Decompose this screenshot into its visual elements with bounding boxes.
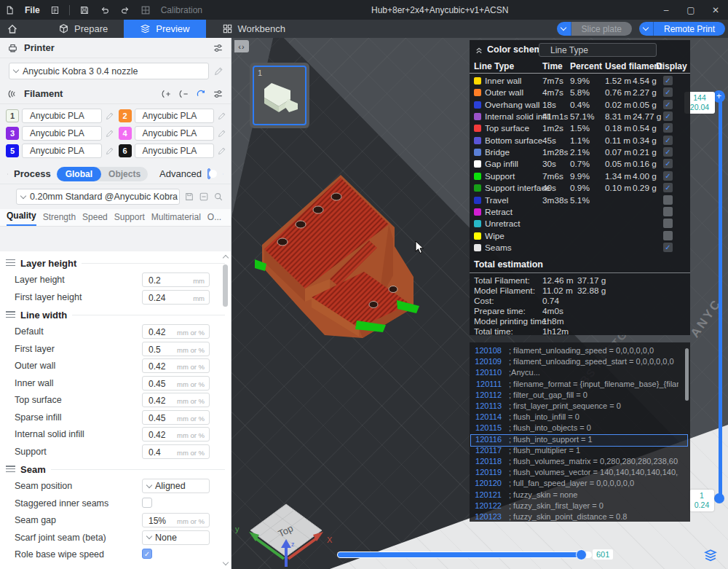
filament-preset-select[interactable]: Anycubic PLA (22, 126, 102, 141)
gcode-line[interactable]: 120108; filament_unloading_speed = 0,0,0… (471, 346, 687, 357)
filament-color-swatch[interactable]: 2 (119, 109, 132, 122)
display-checkbox[interactable]: ✓ (663, 123, 673, 133)
setting-input[interactable]: 15%mm or % (142, 513, 210, 527)
gcode-line[interactable]: 120123; fuzzy_skin_point_distance = 0.8 (471, 512, 687, 522)
process-tab-quality[interactable]: Quality (7, 211, 36, 226)
remote-print-dropdown-icon[interactable] (639, 22, 654, 36)
slice-dropdown-icon[interactable] (557, 22, 571, 36)
setting-input[interactable]: 0.2mm (142, 272, 210, 287)
filament-color-swatch[interactable]: 6 (119, 144, 132, 157)
search-preset-icon[interactable] (213, 192, 223, 202)
filament-preset-select[interactable]: Anycubic PLA (22, 109, 102, 123)
layer-slider-bottom-handle[interactable] (714, 493, 724, 503)
edit-filament-icon[interactable] (105, 111, 114, 121)
remote-print-button[interactable]: Remote Print (639, 22, 725, 36)
display-checkbox[interactable]: ✓ (663, 171, 673, 181)
file-menu[interactable]: File (20, 0, 45, 20)
sync-filament-icon[interactable] (195, 89, 207, 99)
move-slider-handle[interactable] (576, 549, 587, 560)
gcode-line[interactable]: 120120; full_fan_speed_layer = 0,0,0,0,0… (471, 479, 687, 490)
remove-filament-icon[interactable] (178, 89, 189, 99)
tab-prepare[interactable]: Prepare (42, 20, 124, 38)
sidebar-collapse-button[interactable]: ‹› (234, 40, 249, 52)
display-checkbox[interactable] (663, 207, 673, 216)
setting-input[interactable]: 0.4mm or % (142, 444, 210, 459)
edit-filament-icon[interactable] (105, 146, 114, 156)
gcode-line[interactable]: 120109; filament_unloading_speed_start =… (471, 357, 687, 368)
tab-workbench[interactable]: Workbench (206, 20, 302, 38)
edit-filament-icon[interactable] (217, 129, 226, 138)
gcode-line[interactable]: 120115; flush_into_objects = 0 (471, 423, 687, 434)
filament-preset-select[interactable]: Anycubic PLA (135, 144, 215, 158)
edit-filament-icon[interactable] (105, 129, 114, 138)
printer-settings-icon[interactable] (213, 43, 223, 53)
gcode-line[interactable]: 120122; fuzzy_skin_first_layer = 0 (471, 501, 687, 512)
save-preset-icon[interactable] (184, 192, 194, 202)
save-icon[interactable] (74, 0, 95, 20)
layers-view-icon[interactable] (703, 548, 718, 562)
compare-presets-icon[interactable] (223, 169, 223, 179)
process-tab-strength[interactable]: Strength (43, 212, 76, 226)
gcode-line[interactable]: 120119; flush_volumes_vector = 140,140,1… (471, 468, 687, 479)
setting-input[interactable]: 0.45mm or % (142, 410, 210, 425)
display-checkbox[interactable] (663, 195, 673, 205)
process-tab-o[interactable]: O... (207, 212, 221, 226)
settings-scrollbar[interactable] (221, 253, 230, 568)
display-checkbox[interactable]: ✓ (663, 87, 673, 97)
scrollbar-thumb[interactable] (223, 264, 228, 307)
add-filament-icon[interactable] (160, 89, 172, 99)
undo-icon[interactable] (95, 0, 115, 20)
process-scope-toggle[interactable]: Global Objects (57, 167, 148, 181)
layer-slider-track[interactable] (719, 96, 722, 498)
filament-settings-icon[interactable] (213, 89, 223, 99)
setting-input[interactable]: 0.5mm or % (142, 342, 210, 356)
advanced-toggle[interactable] (207, 168, 210, 179)
gcode-line[interactable]: 120114; flush_into_infill = 0 (471, 412, 687, 423)
edit-filament-icon[interactable] (217, 111, 226, 121)
gcode-line[interactable]: 120118; flush_volumes_matrix = 0,280,280… (471, 457, 687, 468)
setting-select[interactable]: None (142, 530, 210, 545)
setting-input[interactable]: 0.45mm or % (142, 376, 210, 391)
gcode-line[interactable]: 120117; flush_multiplier = 1 (471, 446, 687, 457)
display-checkbox[interactable] (663, 219, 673, 228)
display-checkbox[interactable]: ✓ (663, 159, 673, 168)
maximize-button[interactable]: ▢ (678, 0, 703, 20)
gcode-scrollbar-thumb[interactable] (685, 348, 689, 401)
scroll-down-icon[interactable] (223, 560, 229, 565)
filament-preset-select[interactable]: Anycubic PLA (135, 109, 215, 123)
filament-color-swatch[interactable]: 4 (119, 127, 132, 140)
calibration-icon[interactable] (135, 0, 156, 20)
display-checkbox[interactable]: ✓ (663, 243, 673, 252)
redo-icon[interactable] (115, 0, 135, 20)
home-button[interactable] (0, 20, 25, 38)
filament-preset-select[interactable]: Anycubic PLA (135, 126, 215, 141)
tab-preview[interactable]: Preview (124, 20, 205, 38)
plate-thumbnail-selected[interactable]: 1 (253, 66, 306, 125)
scroll-up-icon[interactable] (223, 255, 229, 261)
slice-plate-button[interactable]: Slice plate (557, 22, 632, 36)
scope-objects-button[interactable]: Objects (101, 167, 148, 181)
new-file-icon[interactable] (0, 0, 20, 20)
scope-global-button[interactable]: Global (57, 167, 101, 181)
setting-input[interactable]: 0.42mm or % (142, 427, 210, 442)
gcode-line[interactable]: 120110;Anycu... (471, 368, 687, 379)
setting-input[interactable]: 0.42mm or % (142, 324, 210, 339)
display-checkbox[interactable]: ✓ (663, 183, 673, 192)
display-checkbox[interactable]: ✓ (663, 147, 673, 157)
setting-input[interactable]: 0.42mm or % (142, 358, 210, 373)
setting-input[interactable]: 0.42mm or % (142, 393, 210, 407)
plate-thumbnail-card[interactable]: 1 (250, 63, 309, 128)
process-tab-support[interactable]: Support (114, 212, 145, 226)
display-checkbox[interactable]: ✓ (663, 100, 673, 109)
move-slider-track[interactable] (337, 552, 592, 558)
display-checkbox[interactable]: ✓ (663, 111, 673, 121)
process-tab-speed[interactable]: Speed (82, 212, 108, 226)
display-checkbox[interactable]: ✓ (663, 136, 673, 145)
orientation-cube[interactable]: Top z X (246, 501, 333, 569)
collapse-panel-icon[interactable] (474, 46, 484, 55)
color-scheme-select[interactable]: Line Type (539, 43, 657, 57)
display-checkbox[interactable] (663, 231, 673, 240)
calibration-menu[interactable]: Calibration (156, 0, 207, 20)
setting-checkbox[interactable] (142, 498, 152, 508)
gcode-line[interactable]: 120116; flush_into_support = 1 (471, 435, 687, 446)
